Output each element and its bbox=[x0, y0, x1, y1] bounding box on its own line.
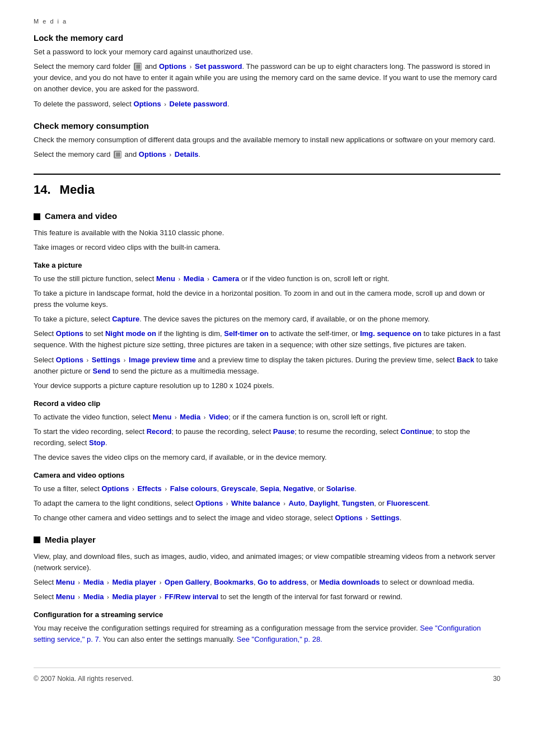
settings-link-1[interactable]: Settings bbox=[92, 356, 120, 364]
menu-link-2[interactable]: Menu bbox=[152, 413, 171, 421]
media-downloads-link[interactable]: Media downloads bbox=[319, 578, 380, 586]
options-settings-link2[interactable]: Options bbox=[335, 514, 362, 522]
chevron-icon: › bbox=[190, 63, 192, 70]
video-link[interactable]: Video bbox=[209, 413, 228, 421]
config-heading: Configuration for a streaming service bbox=[34, 609, 500, 620]
memory-card-icon bbox=[134, 63, 142, 71]
delete-password-link[interactable]: Delete password bbox=[170, 100, 227, 108]
false-colours-link[interactable]: False colours bbox=[170, 484, 217, 493]
white-balance-link[interactable]: White balance bbox=[231, 499, 280, 507]
bookmarks-link[interactable]: Bookmarks bbox=[214, 578, 254, 586]
stop-link[interactable]: Stop bbox=[89, 438, 105, 447]
take-picture-p5: Select Options › Settings › Image previe… bbox=[34, 354, 500, 377]
check-options-link[interactable]: Options bbox=[139, 150, 166, 158]
page-number: 30 bbox=[493, 674, 500, 684]
sepia-link[interactable]: Sepia bbox=[260, 484, 279, 493]
media-link-4[interactable]: Media bbox=[83, 592, 104, 601]
menu-link-3[interactable]: Menu bbox=[56, 578, 75, 586]
take-picture-p4: Select Options to set Night mode on if t… bbox=[34, 328, 500, 351]
options-settings-link[interactable]: Options bbox=[56, 356, 83, 364]
camera-options-p1: To use a filter, select Options › Effect… bbox=[34, 483, 500, 494]
pause-link[interactable]: Pause bbox=[273, 427, 294, 436]
media-player-p2: Select Menu › Media › Media player › Ope… bbox=[34, 577, 500, 588]
take-picture-p1: To use the still picture function, selec… bbox=[34, 273, 500, 284]
take-picture-p6: Your device supports a picture capture r… bbox=[34, 380, 500, 391]
check-para2: Select the memory card and Options › Det… bbox=[34, 149, 500, 160]
media-link-3[interactable]: Media bbox=[83, 578, 104, 586]
camera-para1: This feature is available with the Nokia… bbox=[34, 227, 500, 239]
record-video-p2: To start the video recording, select Rec… bbox=[34, 426, 500, 449]
config-para: You may receive the configuration settin… bbox=[34, 623, 500, 645]
memory-card-icon2 bbox=[114, 151, 121, 158]
capture-link[interactable]: Capture bbox=[112, 315, 139, 323]
camera-video-section: Camera and video This feature is availab… bbox=[34, 210, 500, 524]
ffrew-link[interactable]: FF/Rew interval bbox=[165, 592, 218, 601]
media-link-1[interactable]: Media bbox=[184, 274, 204, 283]
auto-link[interactable]: Auto bbox=[288, 499, 305, 507]
take-picture-p3: To take a picture, select Capture. The d… bbox=[34, 314, 500, 325]
media-player-section: Media player View, play, and download fi… bbox=[34, 534, 500, 645]
chapter-name: Media bbox=[60, 180, 95, 199]
page-footer: © 2007 Nokia. All rights reserved. 30 bbox=[34, 668, 500, 684]
media-player-p3: Select Menu › Media › Media player › FF/… bbox=[34, 591, 500, 603]
lock-memory-card-heading: Lock the memory card bbox=[34, 32, 500, 45]
send-link[interactable]: Send bbox=[93, 367, 111, 375]
media-player-title: Media player bbox=[45, 534, 96, 547]
img-sequence-link[interactable]: Img. sequence on bbox=[360, 329, 421, 338]
daylight-link[interactable]: Daylight bbox=[309, 499, 338, 507]
copyright: © 2007 Nokia. All rights reserved. bbox=[34, 674, 133, 684]
lock-memory-card-section: Lock the memory card Set a password to l… bbox=[34, 32, 500, 110]
fluorescent-link[interactable]: Fluorescent bbox=[387, 499, 428, 507]
options-wb-link[interactable]: Options bbox=[195, 499, 223, 507]
section-square-icon bbox=[34, 213, 40, 220]
effects-link[interactable]: Effects bbox=[137, 484, 161, 493]
section-square-icon2 bbox=[34, 536, 40, 543]
config-link-2[interactable]: See "Configuration," p. 28. bbox=[237, 635, 322, 643]
record-link[interactable]: Record bbox=[147, 427, 172, 436]
settings-link-2[interactable]: Settings bbox=[371, 514, 399, 522]
negative-link[interactable]: Negative bbox=[283, 484, 313, 493]
record-video-heading: Record a video clip bbox=[34, 398, 500, 409]
camera-options-heading: Camera and video options bbox=[34, 470, 500, 481]
night-mode-link[interactable]: Night mode on bbox=[105, 329, 156, 338]
chapter-divider bbox=[34, 174, 500, 175]
camera-video-title: Camera and video bbox=[45, 210, 117, 223]
media-player-p1: View, play, and download files, such as … bbox=[34, 551, 500, 573]
camera-options-p3: To change other camera and video setting… bbox=[34, 512, 500, 524]
goto-address-link[interactable]: Go to address bbox=[257, 578, 306, 586]
continue-link[interactable]: Continue bbox=[400, 427, 432, 436]
open-gallery-link[interactable]: Open Gallery bbox=[165, 578, 210, 586]
camera-link[interactable]: Camera bbox=[213, 274, 240, 283]
record-video-p3: The device saves the video clips on the … bbox=[34, 452, 500, 463]
page-label: M e d i a bbox=[34, 17, 500, 26]
set-password-link[interactable]: Set password bbox=[195, 62, 242, 71]
options-link-night[interactable]: Options bbox=[56, 329, 83, 338]
image-preview-link[interactable]: Image preview time bbox=[129, 356, 196, 364]
camera-video-header: Camera and video bbox=[34, 210, 500, 223]
media-player-link-1[interactable]: Media player bbox=[112, 578, 156, 586]
take-picture-p2: To take a picture in landscape format, h… bbox=[34, 288, 500, 310]
media-player-header: Media player bbox=[34, 534, 500, 547]
delete-options-link[interactable]: Options bbox=[134, 100, 161, 108]
media-link-2[interactable]: Media bbox=[180, 413, 200, 421]
tungsten-link[interactable]: Tungsten bbox=[342, 499, 374, 507]
back-link[interactable]: Back bbox=[457, 356, 474, 364]
self-timer-link[interactable]: Self-timer on bbox=[224, 329, 268, 338]
check-memory-heading: Check memory consumption bbox=[34, 120, 500, 133]
menu-link-1[interactable]: Menu bbox=[156, 274, 175, 283]
lock-para2: Select the memory card folder and Option… bbox=[34, 61, 500, 95]
camera-options-p2: To adapt the camera to the light conditi… bbox=[34, 498, 500, 509]
media-player-link-2[interactable]: Media player bbox=[112, 592, 156, 601]
check-para1: Check the memory consumption of differen… bbox=[34, 134, 500, 146]
chapter-title: 14. Media bbox=[34, 180, 500, 199]
solarise-link[interactable]: Solarise bbox=[326, 484, 355, 493]
greyscale-link[interactable]: Greyscale bbox=[221, 484, 256, 493]
lock-para3: To delete the password, select Options ›… bbox=[34, 99, 500, 110]
lock-options-link[interactable]: Options bbox=[159, 62, 186, 71]
lock-para2-suffix: . The password can be up to eight charac… bbox=[34, 62, 496, 93]
lock-para1: Set a password to lock your memory card … bbox=[34, 46, 500, 58]
details-link[interactable]: Details bbox=[175, 150, 199, 158]
camera-para2: Take images or record video clips with t… bbox=[34, 242, 500, 253]
menu-link-4[interactable]: Menu bbox=[56, 592, 75, 601]
options-effects-link[interactable]: Options bbox=[101, 484, 129, 493]
